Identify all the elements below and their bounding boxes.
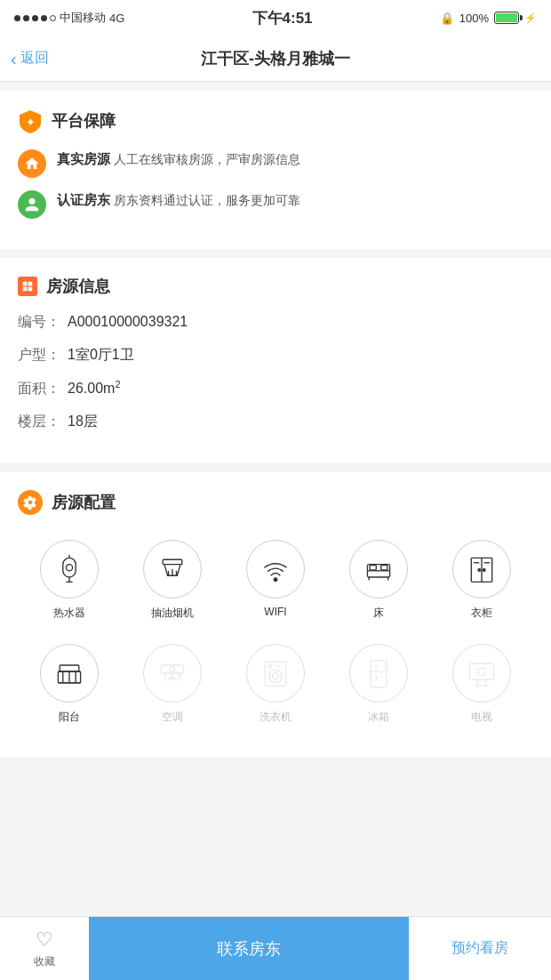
amenity-balcony: 阳台 xyxy=(18,635,121,739)
ac-icon xyxy=(143,644,202,703)
amenity-water-heater: 热水器 xyxy=(18,531,121,635)
amenity-wardrobe: 衣柜 xyxy=(430,531,533,635)
collect-label: 收藏 xyxy=(34,954,55,969)
amenity-label-tv: 电视 xyxy=(471,710,492,725)
svg-rect-3 xyxy=(23,287,28,292)
svg-line-38 xyxy=(179,673,180,681)
config-title: 房源配置 xyxy=(52,492,116,513)
amenity-ac: 空调 xyxy=(121,635,224,739)
status-bar: 中国移动 4G 下午4:51 🔒 100% ⚡ xyxy=(0,0,551,36)
svg-rect-5 xyxy=(63,558,76,578)
svg-rect-34 xyxy=(60,665,79,671)
bed-icon xyxy=(349,540,408,598)
amenity-label-balcony: 阳台 xyxy=(59,710,80,725)
svg-point-43 xyxy=(268,664,272,668)
platform-title: 平台保障 xyxy=(52,110,116,132)
svg-rect-10 xyxy=(163,560,182,565)
info-label-3: 楼层： xyxy=(18,413,60,431)
svg-rect-2 xyxy=(28,282,33,286)
carrier-text: 中国移动 xyxy=(60,10,106,26)
guarantee-item-0: 真实房源 人工在线审核房源，严审房源信息 xyxy=(18,149,533,178)
info-label-0: 编号： xyxy=(18,313,60,332)
info-row-1: 户型： 1室0厅1卫 xyxy=(18,346,533,365)
amenity-label-bed: 床 xyxy=(373,606,384,621)
info-value-3: 18层 xyxy=(68,413,98,431)
svg-rect-17 xyxy=(370,566,376,570)
charge-icon: ⚡ xyxy=(524,12,537,24)
guarantee-text-1: 认证房东 房东资料通过认证，服务更加可靠 xyxy=(57,190,300,211)
info-label-2: 面积： xyxy=(18,380,60,398)
info-value-1: 1室0厅1卫 xyxy=(68,346,134,365)
svg-point-39 xyxy=(170,667,174,671)
back-button[interactable]: ‹ 返回 xyxy=(11,49,49,68)
svg-point-53 xyxy=(478,668,486,676)
lock-icon: 🔒 xyxy=(440,12,454,25)
battery-percent: 100% xyxy=(459,12,489,25)
balcony-icon xyxy=(40,644,99,703)
wifi-icon xyxy=(246,540,305,598)
svg-point-42 xyxy=(272,673,278,679)
bottom-bar: ♡ 收藏 联系房东 预约看房 xyxy=(0,916,551,980)
config-section-icon xyxy=(18,490,43,515)
svg-rect-49 xyxy=(470,664,494,680)
shield-icon: ✦ xyxy=(18,108,43,133)
back-arrow-icon: ‹ xyxy=(11,50,17,68)
svg-rect-4 xyxy=(28,287,33,292)
info-title: 房源信息 xyxy=(46,276,110,297)
info-section: 房源信息 编号： A00010000039321 户型： 1室0厅1卫 面积： … xyxy=(0,258,551,463)
amenity-wifi: WIFI xyxy=(224,531,327,635)
amenity-label-washing-machine: 洗衣机 xyxy=(260,710,291,725)
water-heater-icon xyxy=(40,540,99,598)
info-section-header: 房源信息 xyxy=(18,276,533,297)
info-row-0: 编号： A00010000039321 xyxy=(18,313,533,332)
amenity-range-hood: 抽油烟机 xyxy=(121,531,224,635)
amenity-washing-machine: 洗衣机 xyxy=(224,635,327,739)
svg-line-50 xyxy=(477,680,479,687)
info-label-1: 户型： xyxy=(18,346,60,365)
config-section: 房源配置 热水器 xyxy=(0,472,551,757)
contact-label: 联系房东 xyxy=(217,938,281,960)
amenity-label-wifi: WIFI xyxy=(264,606,286,618)
amenity-label-wardrobe: 衣柜 xyxy=(471,606,492,621)
amenity-tv: 电视 xyxy=(430,635,533,739)
nav-bar: ‹ 返回 江干区-头格月雅城一 xyxy=(0,36,551,82)
amenity-label-water-heater: 热水器 xyxy=(53,606,85,621)
contact-button[interactable]: 联系房东 xyxy=(89,917,409,980)
collect-button[interactable]: ♡ 收藏 xyxy=(0,917,89,980)
svg-text:✦: ✦ xyxy=(26,116,36,129)
real-house-icon xyxy=(18,149,46,178)
info-row-3: 楼层： 18层 xyxy=(18,413,533,431)
network-text: 4G xyxy=(109,12,124,25)
info-value-0: A00010000039321 xyxy=(68,314,188,330)
amenity-label-range-hood: 抽油烟机 xyxy=(151,606,194,621)
tv-icon xyxy=(452,644,511,703)
info-row-2: 面积： 26.00m2 xyxy=(18,379,533,398)
svg-point-14 xyxy=(274,578,277,582)
svg-line-51 xyxy=(485,680,487,687)
config-section-header: 房源配置 xyxy=(18,490,533,515)
status-time: 下午4:51 xyxy=(252,8,313,28)
appoint-button[interactable]: 预约看房 xyxy=(409,917,551,980)
battery-icon xyxy=(494,12,519,24)
svg-line-36 xyxy=(164,673,166,681)
guarantee-text-0: 真实房源 人工在线审核房源，严审房源信息 xyxy=(57,149,300,170)
svg-point-24 xyxy=(478,569,481,572)
platform-section: ✦ 平台保障 真实房源 人工在线审核房源，严审房源信息 认证房东 xyxy=(0,91,551,249)
svg-rect-45 xyxy=(371,661,387,688)
certified-landlord-icon xyxy=(18,190,46,219)
amenity-bed: 床 xyxy=(327,531,430,635)
wardrobe-icon xyxy=(452,540,511,598)
svg-point-25 xyxy=(483,569,485,572)
svg-rect-18 xyxy=(381,566,387,570)
appoint-label: 预约看房 xyxy=(451,939,508,958)
svg-point-8 xyxy=(66,565,72,571)
amenity-fridge: 冰箱 xyxy=(327,635,430,739)
info-section-icon xyxy=(18,277,37,296)
heart-icon: ♡ xyxy=(36,928,53,952)
svg-rect-1 xyxy=(23,282,28,286)
amenities-grid: 热水器 抽油烟机 xyxy=(18,531,533,739)
info-value-2: 26.00m2 xyxy=(68,379,121,397)
washing-machine-icon xyxy=(246,644,305,703)
platform-section-header: ✦ 平台保障 xyxy=(18,108,533,133)
fridge-icon xyxy=(349,644,408,703)
